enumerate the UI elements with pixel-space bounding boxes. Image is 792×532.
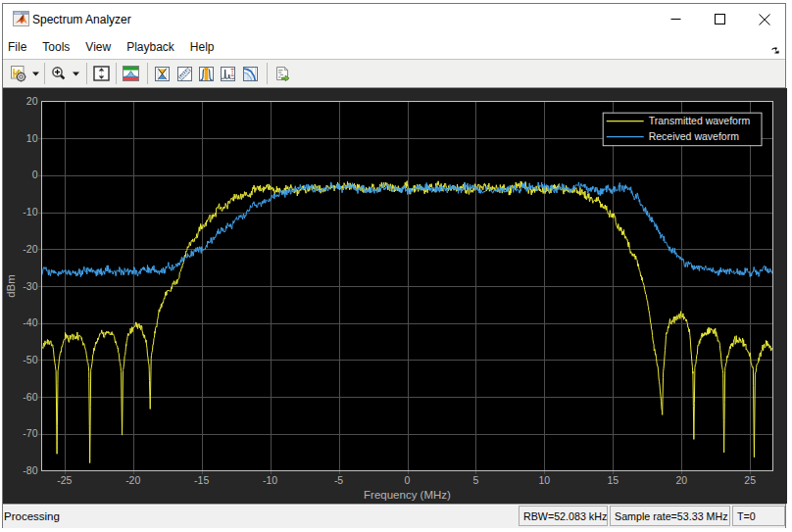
status-rbw: RBW=52.083 kHz — [519, 506, 608, 526]
y-axis-label: dBm — [5, 274, 17, 298]
figure-area: -25-20-15-10-5051015202520100-10-20-30-4… — [3, 88, 785, 504]
peak-finder-icon — [177, 67, 192, 81]
cursor-measurements-icon — [155, 67, 170, 81]
spectrum-analyzer-window: Spectrum Analyzer File Tools View Playba… — [2, 3, 786, 528]
x-tick-label: -15 — [194, 474, 209, 486]
menu-file[interactable]: File — [3, 36, 34, 59]
cursor-measurements-button[interactable] — [151, 62, 174, 85]
y-tick-label: -80 — [23, 464, 37, 476]
toolbar — [3, 59, 785, 88]
y-tick-label: -10 — [23, 206, 37, 218]
minimize-button[interactable] — [659, 4, 692, 34]
spectrum-settings-button[interactable] — [7, 62, 30, 85]
channel-measurements-button[interactable] — [194, 62, 218, 85]
maximize-button[interactable] — [703, 4, 736, 34]
spectrum-settings-dropdown-button[interactable] — [29, 62, 41, 85]
y-tick-label: 20 — [26, 95, 38, 107]
x-tick-label: -20 — [125, 474, 140, 486]
close-button[interactable] — [748, 4, 781, 34]
channel-measurements-icon — [199, 67, 214, 81]
spectrum-plot[interactable]: -25-20-15-10-5051015202520100-10-20-30-4… — [3, 88, 787, 504]
generate-script-icon — [274, 66, 290, 81]
spectrum-settings-icon — [10, 65, 27, 82]
menu-help[interactable]: Help — [182, 36, 223, 59]
zoom-in-button[interactable] — [47, 62, 71, 85]
legend-label-transmitted: Transmitted waveform — [649, 115, 751, 126]
legend[interactable]: Transmitted waveformReceived waveform — [603, 113, 762, 146]
x-tick-label: -25 — [57, 474, 72, 486]
toolbar-separator — [267, 63, 268, 84]
toolbar-separator — [116, 63, 117, 84]
x-tick-label: 15 — [607, 474, 619, 486]
toolbar-separator — [44, 63, 45, 84]
legend-label-received: Received waveform — [649, 130, 739, 142]
y-tick-label: -30 — [23, 280, 37, 292]
x-tick-label: 10 — [539, 474, 551, 486]
status-message: Processing — [3, 505, 519, 528]
spectrum-display-icon — [123, 66, 139, 81]
menu-tools[interactable]: Tools — [34, 36, 77, 59]
menu-bar: File Tools View Playback Help — [3, 35, 785, 59]
zoom-dropdown-button[interactable] — [71, 62, 82, 85]
matlab-app-icon — [13, 11, 29, 26]
menu-view[interactable]: View — [77, 36, 119, 59]
y-tick-label: -50 — [23, 354, 37, 365]
x-tick-label: 0 — [405, 474, 411, 486]
zoom-dropdown-icon — [73, 72, 79, 76]
title-bar: Spectrum Analyzer — [3, 4, 785, 35]
status-sample-rate: Sample rate=53.33 MHz — [610, 506, 730, 526]
spectrum-display-button[interactable] — [120, 62, 143, 85]
x-tick-label: -10 — [263, 474, 277, 486]
ccdf-measurements-button[interactable] — [238, 62, 262, 85]
x-axis-label: Frequency (MHz) — [364, 489, 451, 501]
x-tick-label: 20 — [675, 474, 687, 486]
spectrum-settings-dropdown-icon — [32, 72, 39, 76]
distortion-measurements-button[interactable] — [217, 62, 240, 85]
generate-script-button[interactable] — [271, 62, 294, 85]
x-tick-label: 25 — [744, 474, 756, 486]
menu-playback[interactable]: Playback — [119, 36, 182, 59]
y-tick-label: 0 — [32, 169, 38, 180]
y-tick-label: -40 — [23, 316, 37, 328]
x-tick-label: -5 — [334, 474, 343, 486]
status-time: T=0 — [732, 506, 785, 526]
toolbar-separator — [147, 63, 148, 84]
y-tick-label: -60 — [23, 391, 37, 403]
x-tick-label: 5 — [473, 474, 479, 486]
status-bar: Processing RBW=52.083 kHz Sample rate=53… — [3, 504, 785, 528]
y-tick-label: -70 — [23, 427, 37, 439]
toolbar-separator — [86, 63, 87, 84]
y-tick-label: 10 — [26, 132, 38, 144]
peak-finder-button[interactable] — [173, 62, 196, 85]
status-cells: RBW=52.083 kHz Sample rate=53.33 MHz T=0 — [519, 506, 785, 526]
dock-icon[interactable] — [771, 41, 781, 51]
window-title: Spectrum Analyzer — [32, 4, 131, 35]
y-tick-label: -20 — [23, 243, 37, 255]
autoscale-y-button[interactable] — [90, 62, 114, 85]
ccdf-measurements-icon — [243, 67, 258, 81]
autoscale-y-icon — [93, 66, 110, 81]
distortion-measurements-icon — [221, 67, 235, 81]
zoom-in-icon — [51, 66, 67, 81]
